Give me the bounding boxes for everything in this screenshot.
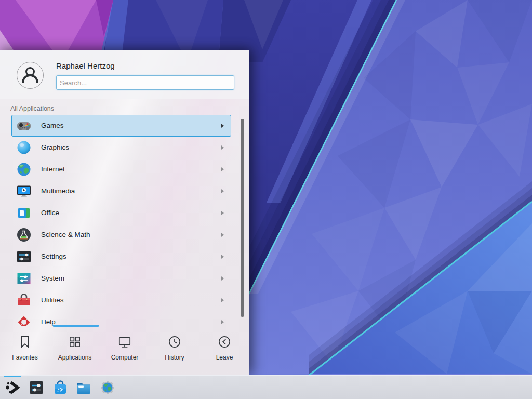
category-utilities[interactable]: Utilities: [11, 289, 231, 311]
office-documents-icon: [16, 205, 32, 221]
file-manager-launcher[interactable]: [75, 379, 92, 396]
category-multimedia[interactable]: Multimedia: [11, 180, 231, 202]
active-task-indicator: [4, 376, 21, 377]
section-label: All Applications: [10, 105, 54, 112]
tab-favorites[interactable]: Favorites: [0, 330, 50, 371]
kde-launcher-icon: [4, 379, 21, 396]
globe-gear-icon: [99, 379, 116, 396]
bookmark-icon: [17, 334, 33, 350]
user-avatar[interactable]: [17, 62, 44, 89]
footer-separator: [0, 326, 249, 326]
submenu-arrow-icon: [221, 320, 224, 324]
tab-leave[interactable]: Leave: [200, 330, 249, 371]
category-help[interactable]: Help: [11, 311, 231, 326]
clock-icon: [167, 334, 182, 350]
gamepad-icon: [16, 117, 32, 134]
launcher-tab-bar: Favorites Applications Computer: [0, 330, 249, 371]
category-internet[interactable]: Internet: [11, 158, 231, 180]
tab-computer[interactable]: Computer: [100, 330, 150, 371]
category-settings[interactable]: Settings: [11, 246, 231, 268]
app-grid-icon: [67, 334, 83, 350]
tab-applications[interactable]: Applications: [50, 330, 100, 371]
lifebuoy-icon: [16, 314, 32, 326]
sliders-dark-icon: [16, 248, 32, 265]
software-bag-icon: [52, 379, 69, 396]
tab-history[interactable]: History: [150, 330, 200, 371]
leave-icon: [217, 334, 232, 350]
submenu-arrow-icon: [221, 255, 224, 259]
folder-icon: [75, 379, 92, 396]
system-settings-launcher[interactable]: [28, 379, 45, 396]
list-scrollbar[interactable]: [241, 119, 244, 317]
category-science-math[interactable]: Science & Math: [11, 224, 231, 246]
taskbar-panel: ES 7:03 PM 4/24/21: [0, 375, 532, 399]
category-graphics[interactable]: Graphics: [11, 137, 231, 158]
submenu-arrow-icon: [221, 124, 224, 128]
search-input[interactable]: [56, 75, 234, 90]
text-cursor: [58, 78, 58, 87]
sliders-gradient-icon: [16, 270, 32, 287]
category-games[interactable]: Games: [11, 115, 231, 137]
toolbox-icon: [16, 292, 32, 309]
launcher-header: Raphael Hertzog: [0, 50, 249, 99]
submenu-arrow-icon: [221, 298, 224, 302]
submenu-arrow-icon: [221, 211, 224, 215]
category-list: Games Graphics: [0, 113, 249, 326]
sphere-icon: [16, 139, 32, 156]
application-launcher-button[interactable]: [4, 379, 21, 396]
submenu-arrow-icon: [221, 276, 224, 281]
globe-icon: [16, 161, 32, 178]
submenu-arrow-icon: [221, 189, 224, 193]
discover-launcher[interactable]: [52, 379, 69, 396]
monitor-play-icon: [16, 183, 32, 200]
application-launcher-menu: Raphael Hertzog All Applications Games: [0, 50, 249, 375]
category-system[interactable]: System: [11, 268, 231, 289]
web-browser-launcher[interactable]: [99, 379, 116, 396]
system-settings-icon: [28, 379, 45, 396]
flask-icon: [16, 227, 32, 243]
computer-icon: [117, 334, 132, 350]
desktop: Raphael Hertzog All Applications Games: [0, 0, 532, 399]
user-name: Raphael Hertzog: [56, 61, 115, 70]
submenu-arrow-icon: [221, 233, 224, 237]
category-office[interactable]: Office: [11, 202, 231, 224]
active-tab-indicator: [53, 325, 99, 327]
submenu-arrow-icon: [221, 145, 224, 150]
submenu-arrow-icon: [221, 167, 224, 171]
